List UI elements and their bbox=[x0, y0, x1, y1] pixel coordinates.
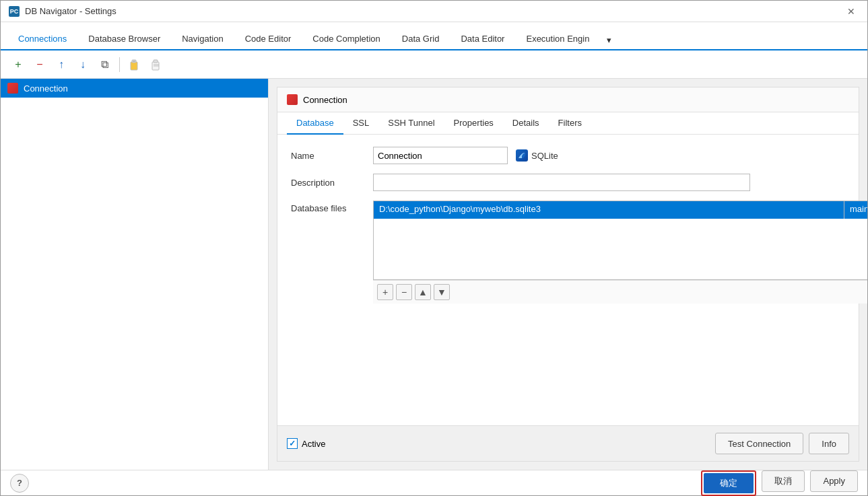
sub-tab-database[interactable]: Database bbox=[287, 112, 343, 135]
db-files-toolbar: + − ▲ ▼ bbox=[373, 280, 867, 304]
db-files-empty-area bbox=[374, 219, 867, 279]
connection-icon bbox=[287, 94, 298, 105]
toolbar: + − ↑ ↓ ⧉ bbox=[1, 50, 867, 79]
test-connection-button[interactable]: Test Connection bbox=[715, 433, 803, 454]
description-row: Description bbox=[291, 174, 845, 191]
svg-rect-4 bbox=[154, 60, 158, 63]
window-title: DB Navigator - Settings bbox=[25, 6, 116, 16]
description-label: Description bbox=[291, 178, 365, 188]
sub-tab-details[interactable]: Details bbox=[503, 112, 549, 135]
confirm-button[interactable]: 确定 bbox=[704, 473, 754, 493]
checkbox-check: ✓ bbox=[289, 439, 296, 448]
connection-panel-title: Connection bbox=[303, 95, 347, 105]
remove-button[interactable]: − bbox=[30, 55, 49, 74]
connection-panel-header: Connection bbox=[277, 87, 859, 112]
apply-button[interactable]: Apply bbox=[810, 470, 858, 492]
db-files-remove-btn[interactable]: − bbox=[396, 284, 412, 300]
active-label: Active bbox=[302, 439, 325, 449]
tab-code-completion[interactable]: Code Completion bbox=[302, 28, 391, 50]
copy-button[interactable]: ⧉ bbox=[95, 55, 114, 74]
svg-rect-2 bbox=[133, 61, 135, 62]
connection-box: Connection Database SSL SSH Tunnel Prope… bbox=[277, 87, 859, 462]
detail-panel: Connection Database SSL SSH Tunnel Prope… bbox=[269, 79, 867, 470]
db-files-label: Database files bbox=[291, 201, 365, 213]
add-button[interactable]: + bbox=[9, 55, 28, 74]
close-button[interactable]: ✕ bbox=[843, 5, 859, 18]
move-up-button[interactable]: ↑ bbox=[52, 55, 71, 74]
checkbox-box: ✓ bbox=[287, 438, 298, 449]
app-icon: PC bbox=[9, 6, 20, 17]
tab-connections[interactable]: Connections bbox=[7, 28, 77, 50]
name-label: Name bbox=[291, 151, 365, 161]
paste-button[interactable] bbox=[125, 55, 144, 74]
db-file-schema: main bbox=[844, 201, 867, 219]
tab-data-grid[interactable]: Data Grid bbox=[391, 28, 450, 50]
description-input[interactable] bbox=[373, 174, 750, 191]
move-down-button[interactable]: ↓ bbox=[73, 55, 92, 74]
sub-tab-filters[interactable]: Filters bbox=[549, 112, 591, 135]
toolbar-separator bbox=[119, 57, 120, 72]
title-bar: PC DB Navigator - Settings ✕ bbox=[1, 1, 867, 22]
tab-execution-engine[interactable]: Execution Engin bbox=[515, 28, 600, 50]
name-row: Name SQLite bbox=[291, 147, 845, 164]
sidebar-item-connection[interactable]: Connection bbox=[1, 79, 268, 98]
db-file-row[interactable]: D:\code_python\Django\myweb\db.sqlite3 m… bbox=[374, 201, 867, 219]
info-button[interactable]: Info bbox=[809, 433, 849, 454]
active-checkbox[interactable]: ✓ Active bbox=[287, 438, 325, 449]
sidebar: Connection bbox=[1, 79, 269, 470]
sqlite-icon bbox=[516, 149, 528, 162]
footer-right-buttons: 确定 取消 Apply bbox=[701, 470, 858, 496]
sub-tab-properties[interactable]: Properties bbox=[444, 112, 503, 135]
svg-rect-0 bbox=[131, 62, 137, 70]
sqlite-badge: SQLite bbox=[516, 149, 558, 162]
sub-tabs: Database SSL SSH Tunnel Properties Detai… bbox=[277, 112, 859, 135]
name-input[interactable] bbox=[373, 147, 508, 164]
tab-navigation[interactable]: Navigation bbox=[171, 28, 234, 50]
db-files-table: D:\code_python\Django\myweb\db.sqlite3 m… bbox=[373, 201, 867, 280]
bottom-right-buttons: Test Connection Info bbox=[715, 433, 849, 454]
main-window: PC DB Navigator - Settings ✕ Connections… bbox=[0, 0, 868, 496]
db-files-up-btn[interactable]: ▲ bbox=[415, 284, 431, 300]
tab-database-browser[interactable]: Database Browser bbox=[77, 28, 171, 50]
sub-tab-ssh-tunnel[interactable]: SSH Tunnel bbox=[378, 112, 444, 135]
confirm-btn-wrapper: 确定 bbox=[701, 470, 756, 496]
title-bar-left: PC DB Navigator - Settings bbox=[9, 6, 116, 17]
db-files-add-btn[interactable]: + bbox=[377, 284, 393, 300]
help-button[interactable]: ? bbox=[10, 474, 29, 493]
tab-more-icon[interactable]: ▾ bbox=[600, 30, 618, 50]
tab-code-editor[interactable]: Code Editor bbox=[234, 28, 302, 50]
db-files-area: D:\code_python\Django\myweb\db.sqlite3 m… bbox=[373, 201, 867, 304]
connection-db-icon bbox=[7, 83, 18, 94]
db-file-path: D:\code_python\Django\myweb\db.sqlite3 bbox=[374, 201, 844, 219]
cancel-button[interactable]: 取消 bbox=[762, 470, 805, 492]
sqlite-label: SQLite bbox=[531, 151, 558, 161]
connection-bottom-bar: ✓ Active Test Connection Info bbox=[277, 425, 859, 461]
db-files-row: Database files D:\code_python\Django\myw… bbox=[291, 201, 845, 304]
cut-button[interactable] bbox=[147, 55, 166, 74]
main-content: Connection Connection Database SSL SSH T… bbox=[1, 79, 867, 470]
db-files-down-btn[interactable]: ▼ bbox=[434, 284, 450, 300]
sidebar-item-label: Connection bbox=[24, 83, 68, 94]
tab-data-editor[interactable]: Data Editor bbox=[450, 28, 515, 50]
footer-bar: ? 确定 取消 Apply bbox=[1, 470, 867, 495]
sub-tab-ssl[interactable]: SSL bbox=[343, 112, 379, 135]
form-area: Name SQLite bbox=[277, 135, 859, 425]
tab-bar: Connections Database Browser Navigation … bbox=[1, 22, 867, 50]
